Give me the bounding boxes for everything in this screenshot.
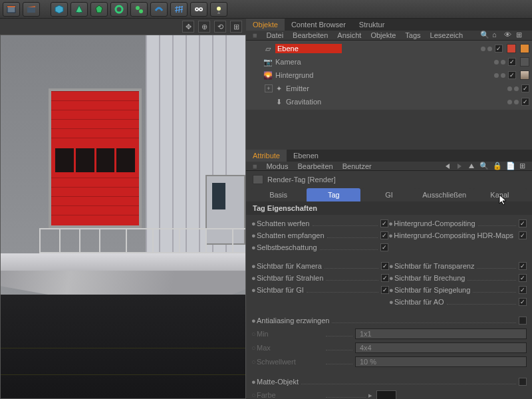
gears-icon[interactable] xyxy=(130,2,148,17)
checkbox-vis-r-0[interactable] xyxy=(519,262,527,270)
tag-tex[interactable] xyxy=(520,70,529,80)
expand-icon2[interactable]: ⊞ xyxy=(519,162,525,170)
subtab-gi[interactable]: GI xyxy=(362,188,416,201)
tab-struktur[interactable]: Struktur xyxy=(352,19,392,31)
menu-ansicht[interactable]: Ansicht xyxy=(337,31,361,39)
vis-l-2: ●Sichtbar für GI xyxy=(251,284,389,296)
menu-benutzer[interactable]: Benutzer xyxy=(342,162,372,170)
render-tag-icon xyxy=(253,175,263,184)
light-icon[interactable] xyxy=(210,2,227,17)
plane-icon: ▱ xyxy=(263,44,273,53)
object-row-emitter[interactable]: +✦Emitter xyxy=(246,82,532,95)
checkbox-vis-r-2[interactable] xyxy=(519,286,527,294)
home-icon[interactable]: ⌂ xyxy=(492,31,501,40)
checkbox-antialiasing[interactable] xyxy=(519,317,527,325)
film-icon[interactable] xyxy=(3,2,20,17)
vp-move-icon[interactable]: ✥ xyxy=(182,21,194,33)
attribute-manager-tabs: Attribute Ebenen xyxy=(246,150,532,162)
nav-fwd-icon[interactable] xyxy=(456,162,464,170)
menu-objekte[interactable]: Objekte xyxy=(370,31,396,39)
bgcomp-0: ●Hintergrund-Compositing xyxy=(388,217,527,229)
vis-r-1: ●Sichtbar für Brechung xyxy=(389,272,527,284)
poly-icon[interactable] xyxy=(90,2,108,17)
obj-enable[interactable] xyxy=(508,58,516,66)
object-name[interactable]: Kamera xyxy=(275,58,342,66)
viewport-toolbar: ✥ ⊕ ⟲ ⊞ xyxy=(0,19,246,35)
subtab-basis[interactable]: Basis xyxy=(251,188,305,201)
obj-enable[interactable] xyxy=(521,98,529,106)
subtab-ausschliessen[interactable]: Ausschließen xyxy=(418,188,471,201)
grav-icon: ⬇ xyxy=(274,97,283,106)
object-row-ebene[interactable]: ▱Ebene xyxy=(246,42,532,55)
vp-zoom-icon[interactable]: ⊕ xyxy=(198,21,210,33)
eye-icon[interactable]: 👁 xyxy=(504,31,513,40)
checkbox-matte[interactable] xyxy=(519,378,527,386)
menu-modus[interactable]: Modus xyxy=(266,162,288,170)
checkbox-vis-l-1[interactable] xyxy=(381,274,389,282)
grid-icon[interactable] xyxy=(170,2,188,17)
prop-color: ○ Farbe ▸ xyxy=(251,388,527,399)
tag-r[interactable] xyxy=(507,44,516,53)
sweep-icon[interactable] xyxy=(150,2,168,17)
cube-icon[interactable] xyxy=(51,2,68,17)
checkbox-shadow-0[interactable] xyxy=(380,219,388,227)
checkbox-shadow-1[interactable] xyxy=(380,231,388,239)
checkbox-bgcomp-0[interactable] xyxy=(519,219,527,227)
tag-o[interactable] xyxy=(520,44,529,53)
new-icon[interactable]: 📄 xyxy=(506,162,515,170)
object-row-hintergrund[interactable]: 🌄Hintergrund xyxy=(246,68,532,82)
search-icon[interactable]: 🔍 xyxy=(480,31,489,40)
lock-icon[interactable]: 🔒 xyxy=(493,162,502,170)
checkbox-vis-l-0[interactable] xyxy=(381,262,389,270)
expand-icon[interactable]: ⊞ xyxy=(516,31,525,40)
tree-expand[interactable]: + xyxy=(265,84,273,92)
search-icon2[interactable]: 🔍 xyxy=(479,162,489,170)
vis-l-1: ●Sichtbar für Strahlen xyxy=(251,272,389,284)
prop-matte: ● Matte-Objekt xyxy=(251,376,527,388)
checkbox-shadow-2[interactable] xyxy=(380,243,388,251)
vp-rotate-icon[interactable]: ⟲ xyxy=(214,21,226,33)
tag-tgt[interactable] xyxy=(520,57,529,66)
tab-content-browser[interactable]: Content Browser xyxy=(285,19,352,31)
eyes-icon[interactable] xyxy=(190,2,207,17)
object-name[interactable]: Emitter xyxy=(286,84,352,92)
torus-icon[interactable] xyxy=(110,2,128,17)
object-name[interactable]: Gravitation xyxy=(286,98,352,106)
menu-lesezeichen[interactable]: Lesezeich xyxy=(430,31,464,39)
clapper-icon[interactable] xyxy=(23,2,40,17)
menu-tags[interactable]: Tags xyxy=(405,31,420,39)
object-row-kamera[interactable]: 📷Kamera xyxy=(246,55,532,68)
svg-point-10 xyxy=(217,7,221,11)
object-row-gravitation[interactable]: ⬇Gravitation xyxy=(246,95,532,108)
vp-layout-icon[interactable]: ⊞ xyxy=(230,21,242,33)
checkbox-vis-l-2[interactable] xyxy=(381,286,389,294)
tab-objekte[interactable]: Objekte xyxy=(246,19,285,31)
tab-attribute[interactable]: Attribute xyxy=(246,150,287,162)
cone-icon[interactable] xyxy=(70,2,88,17)
bg-icon: 🌄 xyxy=(263,70,273,80)
input-max: 4x4 xyxy=(355,342,527,353)
vis-l-0: ●Sichtbar für Kamera xyxy=(251,260,389,272)
bgcomp-1: ●Hintergrund-Compositing HDR-Maps xyxy=(388,229,527,241)
nav-up-icon[interactable] xyxy=(467,162,475,170)
checkbox-bgcomp-1[interactable] xyxy=(519,231,527,239)
obj-enable[interactable] xyxy=(495,45,503,53)
checkbox-vis-r-1[interactable] xyxy=(519,274,527,282)
obj-enable[interactable] xyxy=(508,71,516,79)
attribute-header: Render-Tag [Render] xyxy=(246,171,532,188)
checkbox-vis-r-3[interactable] xyxy=(519,298,527,306)
tab-ebenen[interactable]: Ebenen xyxy=(287,150,325,162)
object-name[interactable]: Hintergrund xyxy=(275,71,342,79)
vis-r-3: ●Sichtbar für AO xyxy=(389,296,527,308)
menu-datei[interactable]: Datei xyxy=(266,31,283,39)
obj-enable[interactable] xyxy=(521,84,529,92)
subtab-kanal[interactable]: Kanal xyxy=(473,188,527,201)
attribute-title: Render-Tag [Render] xyxy=(267,176,336,184)
subtab-tag[interactable]: Tag xyxy=(307,188,360,201)
menu-bearbeiten[interactable]: Bearbeiten xyxy=(293,31,328,39)
color-swatch[interactable] xyxy=(376,390,396,399)
object-name[interactable]: Ebene xyxy=(275,44,342,53)
menu-bearbeiten2[interactable]: Bearbeiten xyxy=(297,162,332,170)
nav-back-icon[interactable] xyxy=(444,162,452,170)
viewport[interactable] xyxy=(0,35,246,399)
